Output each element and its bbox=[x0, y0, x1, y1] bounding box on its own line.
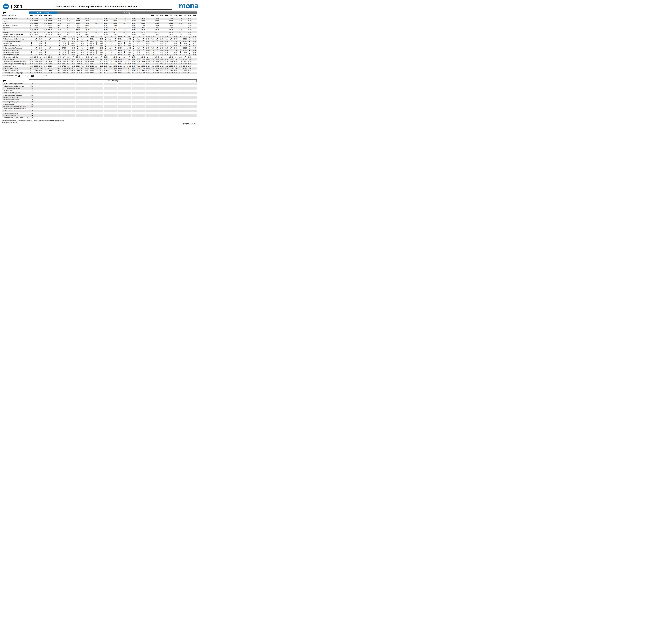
empty-cell bbox=[71, 18, 75, 20]
empty-cell bbox=[122, 96, 127, 98]
empty-cell bbox=[150, 98, 155, 101]
empty-cell bbox=[150, 85, 155, 87]
skipped-section-cell bbox=[127, 56, 132, 58]
empty-cell bbox=[132, 105, 136, 108]
empty-cell bbox=[57, 96, 62, 98]
empty-cell bbox=[52, 51, 57, 54]
empty-cell bbox=[62, 89, 66, 92]
no-stop-zigzag-icon bbox=[157, 49, 158, 51]
time-cell: 21.37 bbox=[178, 20, 183, 22]
empty-cell bbox=[71, 83, 75, 85]
empty-cell bbox=[173, 33, 178, 36]
empty-cell bbox=[66, 94, 71, 96]
empty-cell bbox=[52, 69, 57, 72]
empty-cell bbox=[136, 117, 141, 119]
time-cell: 06.36 bbox=[57, 18, 62, 20]
time-cell: 18.51 bbox=[29, 67, 34, 69]
empty-cell bbox=[169, 94, 173, 96]
time-cell: 06.37 bbox=[57, 20, 62, 22]
stop-mark bbox=[26, 65, 29, 67]
time-cell: 21.42 bbox=[178, 27, 183, 29]
time-cell: 16.01 bbox=[145, 38, 150, 40]
empty-cell bbox=[145, 87, 150, 89]
time-cell: 00.31 bbox=[192, 38, 197, 40]
time-cell: 12.51 bbox=[113, 67, 118, 69]
traffic-note-badge: HS bbox=[189, 15, 191, 16]
time-cell: 12.01 bbox=[108, 38, 113, 40]
time-cell: 07.13 bbox=[62, 67, 66, 69]
time-cell: 09.06 bbox=[80, 51, 85, 54]
time-cell: 10.11 bbox=[89, 63, 94, 65]
no-stop-zigzag-icon bbox=[189, 36, 190, 38]
time-cell: 20.35 bbox=[38, 47, 43, 49]
empty-cell bbox=[52, 117, 57, 119]
no-stop-zigzag-icon bbox=[133, 42, 135, 45]
empty-cell bbox=[132, 114, 136, 117]
skipped-section-cell bbox=[29, 47, 34, 49]
bus-icon-label: BUS bbox=[4, 5, 8, 7]
time-cell: 14.09 bbox=[127, 58, 132, 60]
no-stop-zigzag-icon bbox=[87, 42, 88, 45]
empty-cell bbox=[150, 20, 155, 22]
empty-cell bbox=[173, 20, 178, 22]
empty-cell bbox=[187, 89, 192, 92]
time-cell: 07.39 bbox=[29, 103, 34, 105]
no-stop-zigzag-icon bbox=[105, 45, 106, 47]
stop-mark bbox=[26, 40, 29, 42]
empty-cell bbox=[57, 89, 62, 92]
empty-cell bbox=[85, 101, 89, 103]
skipped-section-cell bbox=[29, 42, 34, 45]
time-cell: 07.39 bbox=[66, 22, 71, 24]
no-stop-zigzag-icon bbox=[96, 49, 97, 51]
skipped-section-cell bbox=[103, 51, 108, 54]
time-cell: 06.50 bbox=[57, 65, 62, 67]
no-stop-zigzag-icon bbox=[77, 36, 78, 38]
time-cell: 11.49 bbox=[103, 63, 108, 65]
empty-cell bbox=[52, 49, 57, 51]
no-stop-zigzag-icon bbox=[49, 49, 50, 51]
empty-cell bbox=[164, 108, 169, 110]
time-cell: 07.12 bbox=[62, 65, 66, 67]
time-cell: 07.48 bbox=[66, 60, 71, 63]
stop-name: - Lotterbergstr./Kolpingstr. bbox=[2, 101, 26, 103]
no-stop-zigzag-icon bbox=[133, 54, 135, 56]
back-arrow-bar bbox=[4, 80, 6, 81]
time-cell: 07.29 bbox=[29, 83, 34, 85]
skipped-section-cell bbox=[113, 49, 118, 51]
empty-cell bbox=[80, 87, 85, 89]
skipped-section-cell bbox=[113, 40, 118, 42]
stop-row: - Memeler Str./Tilsiter Str.20.3507.0508… bbox=[2, 49, 197, 51]
skipped-section-cell bbox=[169, 49, 173, 51]
time-cell: 20.33 bbox=[173, 42, 178, 45]
empty-cell bbox=[34, 114, 38, 117]
time-cell: 23.37 bbox=[187, 20, 192, 22]
skipped-section-cell bbox=[178, 42, 183, 45]
empty-cell bbox=[183, 114, 187, 117]
no-stop-zigzag-icon bbox=[157, 54, 158, 56]
skipped-section-cell bbox=[43, 38, 48, 40]
empty-cell bbox=[145, 27, 150, 29]
time-cell: 18.09 bbox=[160, 58, 164, 60]
empty-cell bbox=[183, 22, 187, 24]
time-cell: 19.50 bbox=[169, 65, 173, 67]
no-stop-zigzag-icon bbox=[124, 40, 125, 42]
time-cell: 21.51 bbox=[43, 67, 48, 69]
no-stop-zigzag-icon bbox=[31, 54, 32, 56]
stop-row: - Sparkasse18.3719.3721.3723.3706.3707.3… bbox=[2, 20, 197, 22]
time-cell: 18.05 bbox=[160, 49, 164, 51]
empty-cell bbox=[62, 117, 66, 119]
time-cell: 13.05 bbox=[118, 47, 122, 49]
skipped-section-cell bbox=[187, 51, 192, 54]
empty-cell bbox=[85, 105, 89, 108]
stop-mark bbox=[26, 20, 29, 22]
empty-cell bbox=[150, 29, 155, 31]
empty-cell bbox=[141, 92, 145, 94]
time-cell: 14.48 bbox=[132, 60, 136, 63]
empty-cell bbox=[145, 92, 150, 94]
time-cell: 23.46 bbox=[187, 56, 192, 58]
empty-cell bbox=[113, 85, 118, 87]
empty-cell bbox=[160, 112, 164, 115]
empty-badge-cell bbox=[66, 14, 71, 18]
stop-row: - Zentrum (ehem. ZUM) (Steig A7)an18.541… bbox=[2, 72, 197, 74]
empty-cell bbox=[169, 105, 173, 108]
